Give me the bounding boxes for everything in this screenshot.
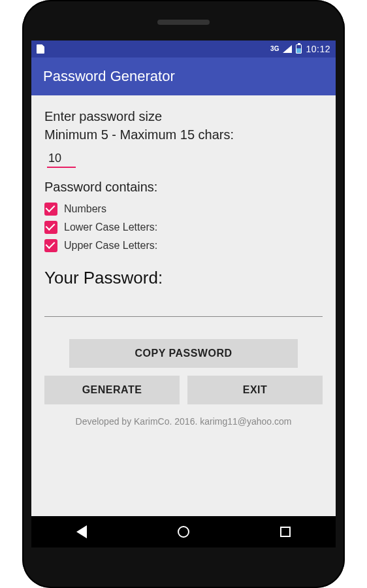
contains-heading: Password contains: bbox=[44, 180, 323, 195]
signal-icon bbox=[283, 45, 292, 53]
option-numbers[interactable]: Numbers bbox=[44, 203, 323, 216]
button-area: COPY PASSWORD GENERATE EXIT bbox=[44, 339, 323, 404]
recent-icon[interactable] bbox=[280, 527, 291, 537]
sdcard-icon bbox=[37, 44, 44, 54]
checkbox-icon[interactable] bbox=[44, 203, 57, 216]
footer-text: Developed by KarimCo. 2016. karimg11@yah… bbox=[44, 416, 323, 427]
battery-icon bbox=[296, 44, 302, 54]
option-label: Numbers bbox=[64, 203, 106, 215]
network-label: 3G bbox=[270, 46, 279, 52]
app-bar: Password Generator bbox=[31, 57, 336, 95]
screen: 3G 10:12 Password Generator Enter passwo… bbox=[31, 41, 336, 547]
output-heading: Your Password: bbox=[44, 268, 323, 288]
phone-speaker bbox=[157, 20, 210, 25]
content-area: Enter password size Minimum 5 - Maximum … bbox=[31, 95, 336, 516]
exit-button[interactable]: EXIT bbox=[187, 376, 323, 404]
option-label: Upper Case Letters: bbox=[64, 240, 157, 252]
password-output bbox=[44, 299, 323, 317]
generate-button[interactable]: GENERATE bbox=[44, 376, 180, 404]
app-title: Password Generator bbox=[43, 68, 175, 85]
copy-password-button[interactable]: COPY PASSWORD bbox=[69, 339, 297, 368]
option-label: Lower Case Letters: bbox=[64, 221, 157, 233]
phone-frame: 3G 10:12 Password Generator Enter passwo… bbox=[22, 0, 345, 588]
checkbox-icon[interactable] bbox=[44, 221, 57, 234]
option-lowercase[interactable]: Lower Case Letters: bbox=[44, 221, 323, 234]
clock: 10:12 bbox=[306, 44, 330, 54]
size-label-line1: Enter password size bbox=[44, 107, 323, 125]
back-icon[interactable] bbox=[76, 525, 87, 538]
checkbox-icon[interactable] bbox=[44, 239, 57, 252]
android-navbar bbox=[31, 516, 336, 547]
home-icon[interactable] bbox=[178, 526, 189, 538]
option-uppercase[interactable]: Upper Case Letters: bbox=[44, 239, 323, 252]
size-label-line2: Minimum 5 - Maximum 15 chars: bbox=[44, 125, 323, 144]
password-size-input[interactable] bbox=[47, 149, 76, 168]
status-bar: 3G 10:12 bbox=[31, 41, 336, 57]
